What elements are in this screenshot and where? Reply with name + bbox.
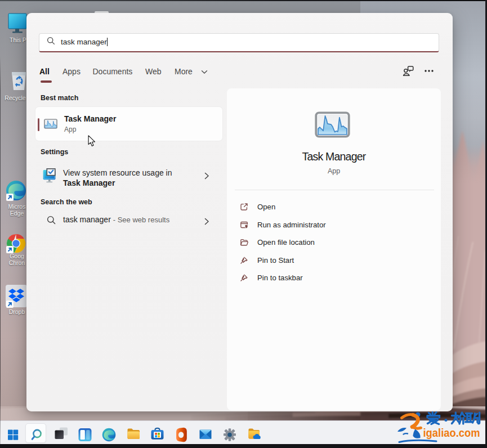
svg-text:igaliao.com: igaliao.com	[423, 426, 480, 439]
